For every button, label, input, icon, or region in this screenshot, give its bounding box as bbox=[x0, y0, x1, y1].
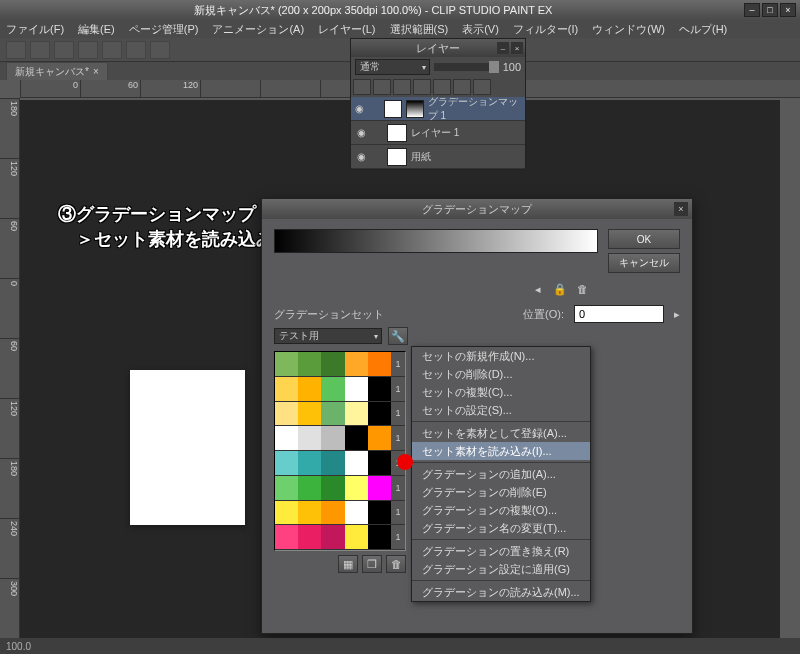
gradient-preview[interactable] bbox=[274, 229, 598, 253]
menu-page[interactable]: ページ管理(P) bbox=[129, 22, 199, 37]
ruler-tick: 120 bbox=[0, 398, 19, 458]
context-menu-item[interactable]: セットの新規作成(N)... bbox=[412, 347, 590, 365]
canvas[interactable] bbox=[130, 370, 245, 525]
menu-layer[interactable]: レイヤー(L) bbox=[318, 22, 375, 37]
ruler-vertical: 180 120 60 0 60 120 180 240 300 bbox=[0, 98, 20, 654]
dialog-titlebar[interactable]: グラデーションマップ × bbox=[262, 199, 692, 219]
menu-view[interactable]: 表示(V) bbox=[462, 22, 499, 37]
panel-close-icon[interactable]: × bbox=[511, 42, 523, 54]
toolbar-button[interactable] bbox=[150, 41, 170, 59]
gradation-set-label: グラデーションセット bbox=[274, 307, 384, 322]
preset-row[interactable]: 1 bbox=[275, 426, 405, 451]
preset-swatch bbox=[368, 426, 391, 450]
toolbar-button[interactable] bbox=[54, 41, 74, 59]
wrench-icon[interactable]: 🔧 bbox=[388, 327, 408, 345]
context-menu-item[interactable]: セットを素材として登録(A)... bbox=[412, 424, 590, 442]
preset-row[interactable]: 1 bbox=[275, 525, 405, 550]
minimize-button[interactable]: – bbox=[744, 3, 760, 17]
ruler-tick: 300 bbox=[0, 578, 19, 638]
menu-separator bbox=[412, 421, 590, 422]
preset-swatch bbox=[275, 451, 298, 475]
visibility-icon[interactable]: ◉ bbox=[351, 103, 369, 114]
preset-swatch bbox=[321, 476, 344, 500]
context-menu-item[interactable]: グラデーション名の変更(T)... bbox=[412, 519, 590, 537]
tab-close-icon[interactable]: × bbox=[93, 66, 99, 77]
preset-row[interactable]: 1 bbox=[275, 377, 405, 402]
gradation-set-dropdown[interactable]: テスト用 bbox=[274, 328, 382, 344]
preset-add-icon[interactable]: ▦ bbox=[338, 555, 358, 573]
layer-panel-title[interactable]: レイヤー – × bbox=[351, 39, 525, 57]
toolbar-button[interactable] bbox=[6, 41, 26, 59]
opacity-slider[interactable] bbox=[434, 63, 499, 71]
menu-filter[interactable]: フィルター(I) bbox=[513, 22, 578, 37]
menu-window[interactable]: ウィンドウ(W) bbox=[592, 22, 665, 37]
preset-row[interactable]: 1 bbox=[275, 352, 405, 377]
preset-row[interactable]: 1 bbox=[275, 501, 405, 526]
visibility-icon[interactable]: ◉ bbox=[351, 151, 371, 162]
preset-row[interactable]: 1 bbox=[275, 451, 405, 476]
layer-row-paper[interactable]: ◉ 用紙 bbox=[351, 145, 525, 169]
context-menu-item[interactable]: グラデーションの置き換え(R) bbox=[412, 542, 590, 560]
context-menu-item[interactable]: グラデーションの読み込み(M)... bbox=[412, 583, 590, 601]
preset-swatch bbox=[298, 402, 321, 426]
preset-del-icon[interactable]: 🗑 bbox=[386, 555, 406, 573]
layer-row-gradmap[interactable]: ◉ グラデーションマップ 1 bbox=[351, 97, 525, 121]
arrow-right-icon[interactable]: ▸ bbox=[674, 308, 680, 321]
menu-help[interactable]: ヘルプ(H) bbox=[679, 22, 727, 37]
dialog-close-icon[interactable]: × bbox=[674, 202, 688, 216]
layer-tool-button[interactable] bbox=[353, 79, 371, 95]
context-menu-item[interactable]: グラデーションの複製(O)... bbox=[412, 501, 590, 519]
ruler-tick: 240 bbox=[0, 518, 19, 578]
preset-swatch bbox=[345, 476, 368, 500]
opacity-value: 100 bbox=[503, 61, 521, 73]
layer-tool-button[interactable] bbox=[433, 79, 451, 95]
context-menu-item[interactable]: グラデーションの削除(E) bbox=[412, 483, 590, 501]
preset-row[interactable]: 1 bbox=[275, 476, 405, 501]
preset-row[interactable]: 1 bbox=[275, 402, 405, 427]
annotation-line1: ③グラデーションマップ bbox=[58, 202, 274, 227]
context-menu-item[interactable]: セットの削除(D)... bbox=[412, 365, 590, 383]
menu-animation[interactable]: アニメーション(A) bbox=[212, 22, 304, 37]
context-menu-item[interactable]: セットの設定(S)... bbox=[412, 401, 590, 419]
arrow-left-icon[interactable]: ◂ bbox=[530, 281, 546, 297]
layer-tool-button[interactable] bbox=[373, 79, 391, 95]
layer-tool-button[interactable] bbox=[393, 79, 411, 95]
preset-swatch bbox=[321, 501, 344, 525]
menu-separator bbox=[412, 580, 590, 581]
position-input[interactable] bbox=[574, 305, 664, 323]
close-button[interactable]: × bbox=[780, 3, 796, 17]
blend-mode-dropdown[interactable]: 通常 bbox=[355, 59, 430, 75]
lock-icon[interactable]: 🔒 bbox=[552, 281, 568, 297]
preset-count: 1 bbox=[391, 501, 405, 525]
context-menu-item[interactable]: グラデーションの追加(A)... bbox=[412, 465, 590, 483]
cancel-button[interactable]: キャンセル bbox=[608, 253, 680, 273]
ok-button[interactable]: OK bbox=[608, 229, 680, 249]
toolbar-button[interactable] bbox=[126, 41, 146, 59]
toolbar-button[interactable] bbox=[102, 41, 122, 59]
preset-count: 1 bbox=[391, 525, 405, 549]
context-menu-item[interactable]: セット素材を読み込み(I)... bbox=[412, 442, 590, 460]
ruler-tick: 60 bbox=[80, 80, 140, 97]
trash-icon[interactable]: 🗑 bbox=[574, 281, 590, 297]
toolbar-button[interactable] bbox=[30, 41, 50, 59]
layer-tool-button[interactable] bbox=[413, 79, 431, 95]
layer-row[interactable]: ◉ レイヤー 1 bbox=[351, 121, 525, 145]
menu-edit[interactable]: 編集(E) bbox=[78, 22, 115, 37]
maximize-button[interactable]: □ bbox=[762, 3, 778, 17]
visibility-icon[interactable]: ◉ bbox=[351, 127, 371, 138]
preset-swatch bbox=[275, 525, 298, 549]
ruler-tick: 180 bbox=[0, 98, 19, 158]
preset-copy-icon[interactable]: ❐ bbox=[362, 555, 382, 573]
layer-tool-button[interactable] bbox=[453, 79, 471, 95]
preset-swatch bbox=[275, 501, 298, 525]
preset-swatch bbox=[321, 451, 344, 475]
menu-file[interactable]: ファイル(F) bbox=[6, 22, 64, 37]
layer-tool-button[interactable] bbox=[473, 79, 491, 95]
context-menu-item[interactable]: グラデーション設定に適用(G) bbox=[412, 560, 590, 578]
document-tab[interactable]: 新規キャンバス* × bbox=[6, 62, 108, 80]
context-menu-item[interactable]: セットの複製(C)... bbox=[412, 383, 590, 401]
toolbar-button[interactable] bbox=[78, 41, 98, 59]
gradation-preset-grid: 11111111 bbox=[274, 351, 406, 551]
panel-minimize-icon[interactable]: – bbox=[497, 42, 509, 54]
menu-selection[interactable]: 選択範囲(S) bbox=[390, 22, 449, 37]
